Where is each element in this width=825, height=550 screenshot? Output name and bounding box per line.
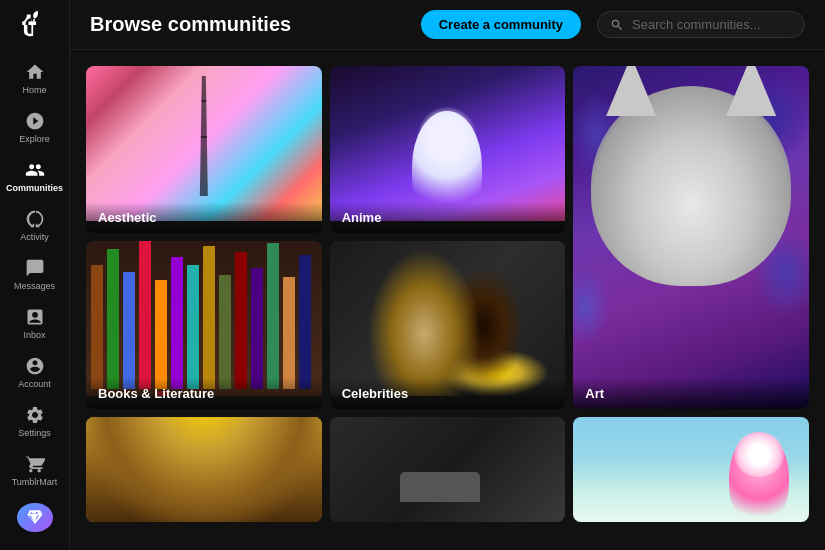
diamond-button[interactable] — [17, 503, 53, 533]
celeb-crowd-decoration — [330, 241, 566, 396]
community-card-art[interactable]: Art — [573, 66, 809, 409]
community-label-books: Books & Literature — [86, 378, 322, 409]
sidebar-item-explore[interactable]: Explore — [0, 103, 69, 152]
sidebar-item-inbox-label: Inbox — [23, 330, 45, 340]
sidebar-item-account-label: Account — [18, 379, 51, 389]
sidebar-item-account[interactable]: Account — [0, 348, 69, 397]
community-card-anime[interactable]: Anime — [330, 66, 566, 233]
sidebar-item-explore-label: Explore — [19, 134, 50, 144]
community-label-art: Art — [573, 378, 809, 409]
page-title: Browse communities — [90, 13, 405, 36]
sidebar-item-tumblrmart[interactable]: TumblrMart — [0, 446, 69, 495]
sidebar-item-tumblrmart-label: TumblrMart — [12, 477, 58, 487]
page-header: Browse communities Create a community — [70, 0, 825, 50]
art-cat-decoration — [591, 86, 791, 286]
vintage-scene-decoration — [330, 417, 566, 522]
ceiling-art-decoration — [86, 417, 322, 522]
sidebar-item-activity-label: Activity — [20, 232, 49, 242]
community-card-aesthetic[interactable]: Aesthetic — [86, 66, 322, 233]
sidebar-item-home-label: Home — [22, 85, 46, 95]
books-decoration — [86, 241, 322, 396]
tower-decoration — [184, 76, 224, 196]
community-label-aesthetic: Aesthetic — [86, 202, 322, 233]
create-community-button[interactable]: Create a community — [421, 10, 581, 39]
sidebar-item-activity[interactable]: Activity — [0, 201, 69, 250]
sidebar-item-inbox[interactable]: Inbox — [0, 299, 69, 348]
sidebar-item-communities-label: Communities — [6, 183, 63, 193]
community-card-bottom-2[interactable] — [330, 417, 566, 522]
anime2-char-decoration — [729, 432, 789, 522]
tumblr-logo[interactable] — [17, 10, 53, 40]
main-content: Browse communities Create a community Ae… — [70, 0, 825, 550]
community-label-anime: Anime — [330, 202, 566, 233]
community-card-celebrities[interactable]: Celebrities — [330, 241, 566, 408]
sidebar-item-settings-label: Settings — [18, 428, 51, 438]
sidebar-item-settings[interactable]: Settings — [0, 397, 69, 446]
community-card-bottom-3[interactable] — [573, 417, 809, 522]
sidebar-item-messages-label: Messages — [14, 281, 55, 291]
sidebar-item-communities[interactable]: Communities — [0, 152, 69, 201]
search-bar — [597, 11, 805, 38]
search-input[interactable] — [632, 17, 792, 32]
sidebar-item-home[interactable]: Home — [0, 54, 69, 103]
community-label-celebrities: Celebrities — [330, 378, 566, 409]
sidebar-item-messages[interactable]: Messages — [0, 250, 69, 299]
anime2-scene-decoration — [573, 417, 809, 522]
communities-grid: Aesthetic Anime Art — [70, 50, 825, 550]
community-card-books[interactable]: Books & Literature — [86, 241, 322, 408]
community-card-bottom-1[interactable] — [86, 417, 322, 522]
sidebar: Home Explore Communities Activity Messag… — [0, 0, 70, 550]
search-icon — [610, 18, 624, 32]
vintage-car-decoration — [400, 472, 480, 502]
